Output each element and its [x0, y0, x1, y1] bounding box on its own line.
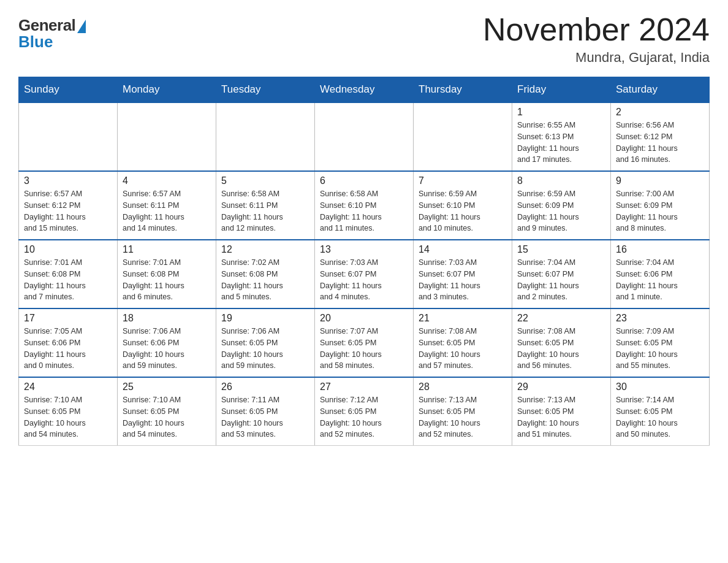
table-row: 29Sunrise: 7:13 AM Sunset: 6:05 PM Dayli…	[512, 377, 611, 446]
table-row: 13Sunrise: 7:03 AM Sunset: 6:07 PM Dayli…	[315, 240, 414, 308]
day-info: Sunrise: 7:12 AM Sunset: 6:05 PM Dayligh…	[320, 394, 408, 440]
day-info: Sunrise: 7:10 AM Sunset: 6:05 PM Dayligh…	[24, 394, 112, 440]
day-info: Sunrise: 7:09 AM Sunset: 6:05 PM Dayligh…	[616, 326, 704, 372]
table-row: 15Sunrise: 7:04 AM Sunset: 6:07 PM Dayli…	[512, 240, 611, 308]
day-info: Sunrise: 6:59 AM Sunset: 6:09 PM Dayligh…	[517, 188, 605, 234]
day-number: 10	[24, 244, 112, 255]
table-row: 25Sunrise: 7:10 AM Sunset: 6:05 PM Dayli…	[118, 377, 216, 446]
header-sunday: Sunday	[19, 77, 118, 103]
day-info: Sunrise: 7:08 AM Sunset: 6:05 PM Dayligh…	[517, 326, 605, 372]
day-number: 30	[616, 381, 704, 393]
week-row-1: 1Sunrise: 6:55 AM Sunset: 6:13 PM Daylig…	[19, 102, 710, 171]
day-info: Sunrise: 6:58 AM Sunset: 6:10 PM Dayligh…	[320, 188, 408, 234]
table-row: 19Sunrise: 7:06 AM Sunset: 6:05 PM Dayli…	[216, 308, 315, 377]
day-number: 27	[320, 381, 408, 393]
day-info: Sunrise: 6:57 AM Sunset: 6:11 PM Dayligh…	[123, 188, 211, 234]
day-number: 16	[616, 244, 704, 255]
day-info: Sunrise: 6:59 AM Sunset: 6:10 PM Dayligh…	[419, 188, 507, 234]
day-number: 8	[517, 175, 605, 186]
day-number: 1	[517, 107, 605, 118]
day-info: Sunrise: 7:07 AM Sunset: 6:05 PM Dayligh…	[320, 326, 408, 372]
table-row: 4Sunrise: 6:57 AM Sunset: 6:11 PM Daylig…	[118, 171, 216, 240]
day-info: Sunrise: 7:01 AM Sunset: 6:08 PM Dayligh…	[24, 257, 112, 303]
table-row	[414, 102, 512, 171]
table-row: 10Sunrise: 7:01 AM Sunset: 6:08 PM Dayli…	[19, 240, 118, 308]
day-info: Sunrise: 6:58 AM Sunset: 6:11 PM Dayligh…	[221, 188, 309, 234]
table-row	[118, 102, 216, 171]
header-saturday: Saturday	[611, 77, 710, 103]
table-row: 28Sunrise: 7:13 AM Sunset: 6:05 PM Dayli…	[414, 377, 512, 446]
table-row: 27Sunrise: 7:12 AM Sunset: 6:05 PM Dayli…	[315, 377, 414, 446]
header-wednesday: Wednesday	[315, 77, 414, 103]
table-row	[315, 102, 414, 171]
day-info: Sunrise: 7:03 AM Sunset: 6:07 PM Dayligh…	[419, 257, 507, 303]
location-title: Mundra, Gujarat, India	[483, 50, 710, 66]
week-row-5: 24Sunrise: 7:10 AM Sunset: 6:05 PM Dayli…	[19, 377, 710, 446]
table-row: 7Sunrise: 6:59 AM Sunset: 6:10 PM Daylig…	[414, 171, 512, 240]
table-row: 9Sunrise: 7:00 AM Sunset: 6:09 PM Daylig…	[611, 171, 710, 240]
day-info: Sunrise: 7:10 AM Sunset: 6:05 PM Dayligh…	[123, 394, 211, 440]
table-row: 30Sunrise: 7:14 AM Sunset: 6:05 PM Dayli…	[611, 377, 710, 446]
day-number: 29	[517, 381, 605, 393]
table-row: 3Sunrise: 6:57 AM Sunset: 6:12 PM Daylig…	[19, 171, 118, 240]
table-row: 8Sunrise: 6:59 AM Sunset: 6:09 PM Daylig…	[512, 171, 611, 240]
header-tuesday: Tuesday	[216, 77, 315, 103]
day-number: 6	[320, 175, 408, 186]
day-info: Sunrise: 6:55 AM Sunset: 6:13 PM Dayligh…	[517, 120, 605, 166]
day-number: 25	[123, 381, 211, 393]
weekday-header-row: Sunday Monday Tuesday Wednesday Thursday…	[19, 77, 710, 103]
day-number: 12	[221, 244, 309, 255]
day-info: Sunrise: 7:00 AM Sunset: 6:09 PM Dayligh…	[616, 188, 704, 234]
table-row: 6Sunrise: 6:58 AM Sunset: 6:10 PM Daylig…	[315, 171, 414, 240]
day-number: 11	[123, 244, 211, 255]
day-number: 15	[517, 244, 605, 255]
day-number: 5	[221, 175, 309, 186]
day-number: 14	[419, 244, 507, 255]
table-row: 2Sunrise: 6:56 AM Sunset: 6:12 PM Daylig…	[611, 102, 710, 171]
day-number: 4	[123, 175, 211, 186]
week-row-4: 17Sunrise: 7:05 AM Sunset: 6:06 PM Dayli…	[19, 308, 710, 377]
day-number: 3	[24, 175, 112, 186]
day-number: 18	[123, 313, 211, 324]
table-row: 14Sunrise: 7:03 AM Sunset: 6:07 PM Dayli…	[414, 240, 512, 308]
logo-triangle-icon	[77, 20, 86, 33]
table-row: 17Sunrise: 7:05 AM Sunset: 6:06 PM Dayli…	[19, 308, 118, 377]
day-info: Sunrise: 7:13 AM Sunset: 6:05 PM Dayligh…	[517, 394, 605, 440]
day-number: 28	[419, 381, 507, 393]
header-friday: Friday	[512, 77, 611, 103]
day-number: 22	[517, 313, 605, 324]
month-title: November 2024	[483, 12, 710, 47]
day-number: 19	[221, 313, 309, 324]
title-area: November 2024 Mundra, Gujarat, India	[483, 12, 710, 66]
table-row: 12Sunrise: 7:02 AM Sunset: 6:08 PM Dayli…	[216, 240, 315, 308]
header: General Blue November 2024 Mundra, Gujar…	[18, 12, 710, 66]
table-row: 18Sunrise: 7:06 AM Sunset: 6:06 PM Dayli…	[118, 308, 216, 377]
day-number: 9	[616, 175, 704, 186]
table-row: 22Sunrise: 7:08 AM Sunset: 6:05 PM Dayli…	[512, 308, 611, 377]
header-monday: Monday	[118, 77, 216, 103]
table-row: 26Sunrise: 7:11 AM Sunset: 6:05 PM Dayli…	[216, 377, 315, 446]
day-info: Sunrise: 7:01 AM Sunset: 6:08 PM Dayligh…	[123, 257, 211, 303]
day-info: Sunrise: 7:02 AM Sunset: 6:08 PM Dayligh…	[221, 257, 309, 303]
day-number: 7	[419, 175, 507, 186]
table-row: 5Sunrise: 6:58 AM Sunset: 6:11 PM Daylig…	[216, 171, 315, 240]
day-number: 21	[419, 313, 507, 324]
day-number: 24	[24, 381, 112, 393]
day-number: 20	[320, 313, 408, 324]
day-info: Sunrise: 7:08 AM Sunset: 6:05 PM Dayligh…	[419, 326, 507, 372]
day-info: Sunrise: 7:14 AM Sunset: 6:05 PM Dayligh…	[616, 394, 704, 440]
table-row: 21Sunrise: 7:08 AM Sunset: 6:05 PM Dayli…	[414, 308, 512, 377]
day-info: Sunrise: 7:04 AM Sunset: 6:06 PM Dayligh…	[616, 257, 704, 303]
day-number: 23	[616, 313, 704, 324]
day-info: Sunrise: 6:56 AM Sunset: 6:12 PM Dayligh…	[616, 120, 704, 166]
day-info: Sunrise: 7:05 AM Sunset: 6:06 PM Dayligh…	[24, 326, 112, 372]
week-row-3: 10Sunrise: 7:01 AM Sunset: 6:08 PM Dayli…	[19, 240, 710, 308]
table-row	[19, 102, 118, 171]
table-row: 20Sunrise: 7:07 AM Sunset: 6:05 PM Dayli…	[315, 308, 414, 377]
logo: General Blue	[18, 12, 86, 52]
day-number: 2	[616, 107, 704, 118]
week-row-2: 3Sunrise: 6:57 AM Sunset: 6:12 PM Daylig…	[19, 171, 710, 240]
table-row: 1Sunrise: 6:55 AM Sunset: 6:13 PM Daylig…	[512, 102, 611, 171]
table-row: 16Sunrise: 7:04 AM Sunset: 6:06 PM Dayli…	[611, 240, 710, 308]
day-number: 26	[221, 381, 309, 393]
